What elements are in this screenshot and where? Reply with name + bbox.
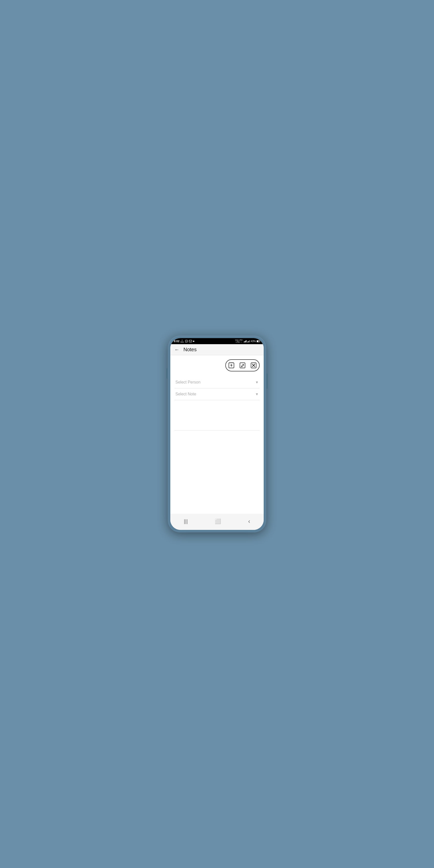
delete-note-icon (250, 362, 257, 369)
svg-rect-5 (257, 341, 258, 342)
svg-rect-2 (189, 340, 192, 342)
toolbar-row (174, 359, 260, 371)
signal-bars-1 (244, 340, 247, 342)
select-note-dropdown[interactable]: Select Note ▼ (174, 388, 260, 400)
battery-icon (257, 340, 260, 342)
back-button[interactable]: ← (174, 347, 179, 352)
edit-note-button[interactable] (237, 360, 248, 371)
select-person-label: Select Person (175, 380, 200, 384)
home-button[interactable]: ⬜ (210, 517, 226, 526)
status-left: 8:02 0KB/s (174, 339, 194, 343)
status-kb: 0KB/s (180, 339, 184, 343)
app-bar: ← Notes (170, 344, 264, 355)
select-note-label: Select Note (175, 392, 196, 396)
dot-indicator (193, 341, 194, 342)
email-icon (189, 340, 192, 342)
delete-note-button[interactable] (248, 360, 259, 371)
phone-device: 8:02 0KB/s Vo)) LTE+LTE1 ↑↓ (168, 336, 266, 532)
status-time: 8:02 (174, 340, 179, 343)
status-right: Vo)) LTE+LTE1 ↑↓ 43% (235, 339, 260, 343)
add-note-icon (228, 362, 235, 369)
add-note-button[interactable] (226, 360, 237, 371)
chevron-down-icon: ▼ (255, 380, 259, 384)
select-person-dropdown[interactable]: Select Person ▼ (174, 376, 260, 388)
signal-bars-2 (247, 340, 250, 342)
nav-bar: ||| ⬜ ‹ (170, 514, 264, 530)
svg-rect-12 (240, 363, 245, 368)
image-icon (185, 340, 188, 343)
edit-note-icon (239, 362, 246, 369)
phone-screen: 8:02 0KB/s Vo)) LTE+LTE1 ↑↓ (170, 338, 264, 530)
svg-line-15 (241, 367, 242, 367)
note-content-area (174, 400, 260, 431)
status-bar: 8:02 0KB/s Vo)) LTE+LTE1 ↑↓ (170, 338, 264, 344)
svg-point-1 (186, 341, 186, 341)
chevron-down-icon-2: ▼ (255, 392, 259, 396)
recents-button[interactable]: ||| (179, 517, 193, 526)
lte-indicator: Vo)) LTE+LTE1 ↑↓ (235, 339, 243, 343)
main-content: Select Person ▼ Select Note ▼ (170, 355, 264, 514)
battery-percent: 43% (251, 340, 256, 343)
back-nav-button[interactable]: ‹ (243, 516, 255, 526)
page-title: Notes (183, 347, 196, 352)
toolbar-pill (225, 359, 260, 371)
